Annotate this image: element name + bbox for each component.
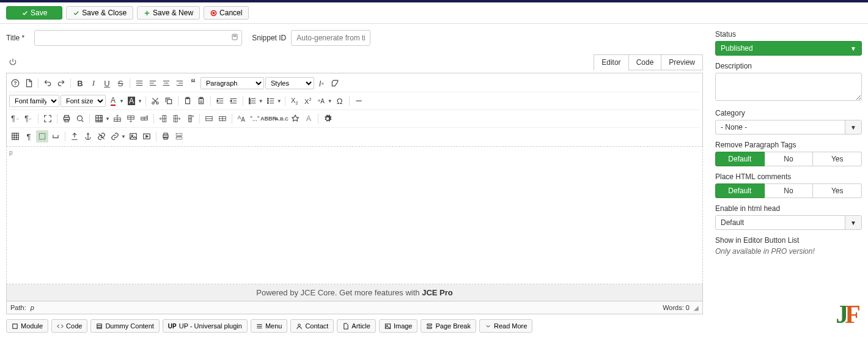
- col-before-icon[interactable]: [157, 113, 169, 125]
- category-select[interactable]: - None - ▼: [715, 120, 862, 135]
- align-center-icon[interactable]: [160, 77, 172, 89]
- split-cells-icon[interactable]: [216, 113, 229, 125]
- table-dd-icon[interactable]: ▼: [105, 116, 110, 122]
- place-html-no[interactable]: No: [765, 183, 814, 198]
- ltr-icon[interactable]: ¶→: [9, 113, 21, 125]
- font-aa-icon[interactable]: AA: [235, 113, 248, 125]
- save-button[interactable]: Save: [6, 6, 62, 20]
- description-textarea[interactable]: [715, 73, 862, 101]
- layout-grid-icon[interactable]: [9, 130, 21, 142]
- module-button[interactable]: Module: [6, 319, 48, 333]
- title-input[interactable]: [34, 30, 242, 46]
- fontfamily-select[interactable]: Font family: [9, 95, 59, 107]
- paragraph-select[interactable]: Paragraph: [200, 77, 264, 89]
- tab-editor[interactable]: Editor: [594, 54, 628, 70]
- link-icon[interactable]: [109, 130, 121, 142]
- help-icon[interactable]: ?: [9, 77, 21, 89]
- place-html-yes[interactable]: Yes: [813, 183, 862, 198]
- merge-cells-icon[interactable]: [203, 113, 215, 125]
- copy-icon[interactable]: [163, 95, 175, 107]
- settings-gear-icon[interactable]: [322, 113, 334, 125]
- undo-icon[interactable]: [42, 77, 54, 89]
- image-button[interactable]: Image: [379, 319, 418, 333]
- tab-code[interactable]: Code: [628, 54, 662, 70]
- code-button[interactable]: Code: [51, 319, 87, 333]
- back-color-dd-icon[interactable]: ▼: [138, 98, 142, 104]
- col-after-icon[interactable]: [171, 113, 183, 125]
- paste-plain-icon[interactable]: [195, 95, 207, 107]
- align-justify-icon[interactable]: [133, 77, 145, 89]
- row-delete-icon[interactable]: [138, 113, 150, 125]
- path-value[interactable]: p: [31, 304, 34, 311]
- preview-icon[interactable]: [74, 113, 86, 125]
- remove-para-yes[interactable]: Yes: [813, 152, 862, 166]
- row-before-icon[interactable]: [111, 113, 123, 125]
- italic-icon[interactable]: I: [87, 77, 100, 89]
- underline-icon[interactable]: U: [101, 77, 113, 89]
- resize-grip-icon[interactable]: ◢: [694, 305, 699, 311]
- list-ol-icon[interactable]: 123: [246, 95, 259, 107]
- outdent-icon[interactable]: [227, 95, 240, 107]
- list-ol-dd-icon[interactable]: ▼: [259, 98, 263, 104]
- upload-icon[interactable]: [68, 130, 81, 142]
- list-ul-icon[interactable]: [265, 95, 277, 107]
- list-ul-dd-icon[interactable]: ▼: [277, 98, 282, 104]
- menu-button[interactable]: Menu: [251, 319, 288, 333]
- cut-icon[interactable]: [149, 95, 161, 107]
- abbr-icon[interactable]: ABBR: [262, 113, 274, 125]
- readmore-button[interactable]: Read More: [479, 319, 532, 333]
- unlink-icon[interactable]: [95, 130, 108, 142]
- printer-icon[interactable]: [160, 130, 172, 142]
- special-char-icon[interactable]: Ω: [334, 95, 346, 107]
- table-icon[interactable]: [93, 113, 105, 125]
- remove-para-no[interactable]: No: [765, 152, 814, 166]
- remove-format-icon[interactable]: [289, 113, 301, 125]
- print-icon[interactable]: [61, 113, 73, 125]
- save-new-button[interactable]: Save & New: [137, 6, 200, 20]
- row-after-icon[interactable]: [125, 113, 137, 125]
- bold-icon[interactable]: B: [74, 77, 86, 89]
- pagebreak-button[interactable]: Page Break: [421, 319, 476, 333]
- place-html-default[interactable]: Default: [715, 183, 765, 198]
- strikethrough-icon[interactable]: S: [114, 77, 127, 89]
- image-icon[interactable]: [127, 130, 139, 142]
- hr-icon[interactable]: [353, 95, 365, 107]
- clear-icon[interactable]: [329, 77, 341, 89]
- visualchars-icon[interactable]: ¶: [23, 130, 35, 142]
- abbr2-icon[interactable]: A.B.C: [276, 113, 288, 125]
- blockquote-icon[interactable]: “: [187, 77, 199, 89]
- clear-format-icon[interactable]: I×: [315, 77, 328, 89]
- rtl-icon[interactable]: ¶←: [23, 113, 35, 125]
- superscript-icon[interactable]: X2: [302, 95, 314, 107]
- subscript-icon[interactable]: X2: [289, 95, 301, 107]
- link-dd-icon[interactable]: ▼: [121, 134, 126, 139]
- up-plugin-button[interactable]: UPUP - Universal plugin: [163, 319, 248, 333]
- visualblocks-icon[interactable]: [36, 130, 48, 142]
- tab-preview[interactable]: Preview: [661, 54, 703, 70]
- case-icon[interactable]: ᵃA: [315, 95, 328, 107]
- indent-icon[interactable]: [214, 95, 226, 107]
- redo-icon[interactable]: [55, 77, 67, 89]
- font-color-dd-icon[interactable]: ▼: [119, 98, 124, 104]
- power-icon[interactable]: [6, 57, 17, 68]
- new-doc-icon[interactable]: [23, 77, 35, 89]
- anchor-icon[interactable]: [82, 130, 94, 142]
- col-delete-icon[interactable]: [184, 113, 196, 125]
- dummy-content-button[interactable]: Dummy Content: [90, 319, 159, 333]
- status-dropdown[interactable]: Published ▼: [715, 41, 862, 56]
- fontsize-select[interactable]: Font size: [61, 95, 106, 107]
- nbsp-icon[interactable]: [50, 130, 62, 142]
- save-close-button[interactable]: Save & Close: [66, 6, 133, 20]
- article-button[interactable]: Article: [337, 319, 376, 333]
- case-dd-icon[interactable]: ▼: [328, 98, 333, 104]
- fullscreen-icon[interactable]: [42, 113, 54, 125]
- editor-textarea[interactable]: p: [6, 146, 703, 284]
- enable-head-select[interactable]: Default ▼: [715, 215, 862, 230]
- title-lock-icon[interactable]: [231, 34, 238, 43]
- styles-select[interactable]: Styles: [265, 77, 314, 89]
- media-icon[interactable]: [141, 130, 153, 142]
- pagebreak-icon[interactable]: [173, 130, 185, 142]
- back-color-icon[interactable]: A: [125, 95, 138, 107]
- align-right-icon[interactable]: [174, 77, 186, 89]
- font-a-icon[interactable]: A: [303, 113, 315, 125]
